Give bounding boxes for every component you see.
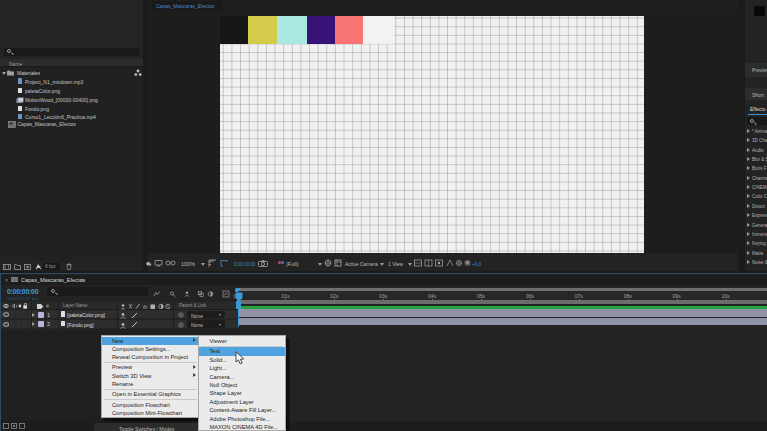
svg-text:fx: fx [143,303,148,309]
